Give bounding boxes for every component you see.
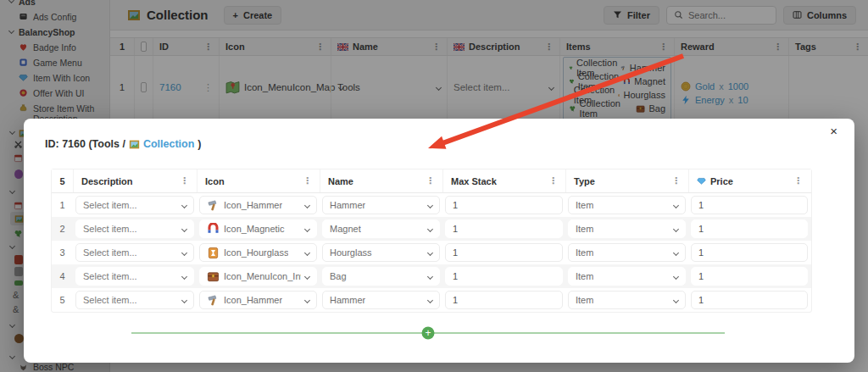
hammer-icon bbox=[207, 199, 220, 212]
row-index: 4 bbox=[52, 264, 73, 288]
type-select[interactable]: Item bbox=[568, 219, 686, 238]
icon-select[interactable]: Icon_Hourglass bbox=[199, 243, 317, 262]
gem-icon bbox=[697, 176, 706, 186]
add-row-button[interactable]: + bbox=[422, 326, 435, 339]
chevron-down-icon bbox=[304, 249, 310, 255]
chevron-down-icon bbox=[673, 249, 679, 255]
chevron-down-icon bbox=[304, 225, 310, 231]
app-window: Ads Ads Config BalancyShop Badge Info Ga… bbox=[0, 0, 868, 372]
price-input[interactable] bbox=[691, 267, 808, 286]
col-header-name: Name bbox=[320, 169, 442, 192]
col-header-description: Description bbox=[73, 169, 197, 192]
chevron-down-icon bbox=[427, 273, 433, 279]
magnet-icon bbox=[207, 223, 220, 236]
modal-table-row: 2 Select item... Icon_Magnetic Magnet It… bbox=[52, 217, 811, 241]
kebab-menu-icon[interactable] bbox=[793, 176, 803, 186]
chevron-down-icon bbox=[427, 249, 433, 255]
kebab-menu-icon[interactable] bbox=[303, 176, 312, 186]
kebab-menu-icon[interactable] bbox=[426, 176, 435, 186]
chevron-down-icon bbox=[181, 273, 187, 279]
modal-table-row: 1 Select item... Icon_Hammer Hammer Item bbox=[52, 193, 811, 217]
chevron-down-icon bbox=[304, 273, 310, 279]
price-input[interactable] bbox=[691, 243, 808, 262]
chevron-down-icon bbox=[673, 273, 679, 279]
modal-table-row: 5 Select item... Icon_Hammer Hammer Item bbox=[52, 288, 811, 312]
description-select[interactable]: Select item... bbox=[75, 219, 194, 238]
chest-icon bbox=[207, 270, 220, 283]
row-index: 3 bbox=[52, 241, 73, 264]
name-select[interactable]: Bag bbox=[322, 267, 440, 286]
row-index: 5 bbox=[52, 288, 73, 312]
chevron-down-icon bbox=[181, 297, 187, 303]
chevron-down-icon bbox=[427, 225, 433, 231]
kebab-menu-icon[interactable] bbox=[671, 176, 681, 186]
max-stack-input[interactable] bbox=[445, 243, 563, 262]
collection-link[interactable]: Collection bbox=[143, 138, 194, 150]
description-select[interactable]: Select item... bbox=[75, 267, 194, 286]
price-input[interactable] bbox=[691, 291, 808, 309]
price-input[interactable] bbox=[691, 196, 808, 214]
name-select[interactable]: Hammer bbox=[322, 291, 440, 309]
modal-table-row: 3 Select item... Icon_Hourglass Hourglas… bbox=[52, 241, 811, 264]
modal-table-row: 4 Select item... Icon_MenuIcon_Inventory… bbox=[52, 264, 811, 288]
max-stack-input[interactable] bbox=[445, 291, 563, 309]
type-select[interactable]: Item bbox=[568, 243, 686, 262]
chevron-down-icon bbox=[427, 202, 433, 208]
kebab-menu-icon[interactable] bbox=[548, 176, 558, 186]
col-header-icon: Icon bbox=[197, 169, 320, 192]
name-select[interactable]: Magnet bbox=[322, 219, 440, 238]
close-icon[interactable]: × bbox=[830, 124, 837, 138]
modal-table-header: 5 Description Icon Name Max Stack Type P… bbox=[52, 169, 811, 193]
row-count-header: 5 bbox=[52, 169, 73, 192]
kebab-menu-icon[interactable] bbox=[180, 176, 189, 186]
max-stack-input[interactable] bbox=[445, 196, 563, 214]
item-detail-modal: × ID: 7160 (Tools / Collection ) 5 Descr… bbox=[24, 119, 854, 363]
name-select[interactable]: Hourglass bbox=[322, 243, 440, 262]
type-select[interactable]: Item bbox=[568, 267, 686, 286]
icon-select[interactable]: Icon_MenuIcon_Inventory bbox=[199, 267, 317, 286]
row-index: 2 bbox=[52, 217, 73, 241]
col-header-type: Type bbox=[565, 169, 688, 192]
col-header-max-stack: Max Stack bbox=[442, 169, 565, 192]
icon-select[interactable]: Icon_Hammer bbox=[199, 291, 317, 309]
hourglass-icon bbox=[207, 247, 220, 259]
icon-select[interactable]: Icon_Hammer bbox=[199, 196, 317, 214]
chevron-down-icon bbox=[304, 297, 310, 303]
description-select[interactable]: Select item... bbox=[75, 243, 194, 262]
max-stack-input[interactable] bbox=[445, 219, 563, 238]
description-select[interactable]: Select item... bbox=[75, 196, 194, 214]
chevron-down-icon bbox=[181, 249, 187, 255]
max-stack-input[interactable] bbox=[445, 267, 563, 286]
hammer-icon bbox=[207, 294, 220, 307]
add-row-divider: + bbox=[131, 326, 725, 339]
modal-table: 5 Description Icon Name Max Stack Type P… bbox=[51, 169, 812, 313]
picture-icon bbox=[129, 139, 140, 150]
chevron-down-icon bbox=[427, 297, 433, 303]
chevron-down-icon bbox=[304, 202, 310, 208]
chevron-down-icon bbox=[673, 225, 679, 231]
row-index: 1 bbox=[52, 193, 73, 217]
chevron-down-icon bbox=[673, 202, 679, 208]
type-select[interactable]: Item bbox=[568, 291, 686, 309]
price-input[interactable] bbox=[691, 219, 808, 238]
chevron-down-icon bbox=[181, 202, 187, 208]
name-select[interactable]: Hammer bbox=[322, 196, 440, 214]
description-select[interactable]: Select item... bbox=[75, 291, 194, 309]
type-select[interactable]: Item bbox=[568, 196, 686, 214]
col-header-price: Price bbox=[688, 169, 810, 192]
chevron-down-icon bbox=[181, 225, 187, 231]
icon-select[interactable]: Icon_Magnetic bbox=[199, 219, 317, 238]
modal-title: ID: 7160 (Tools / Collection ) bbox=[45, 138, 202, 150]
chevron-down-icon bbox=[673, 297, 679, 303]
